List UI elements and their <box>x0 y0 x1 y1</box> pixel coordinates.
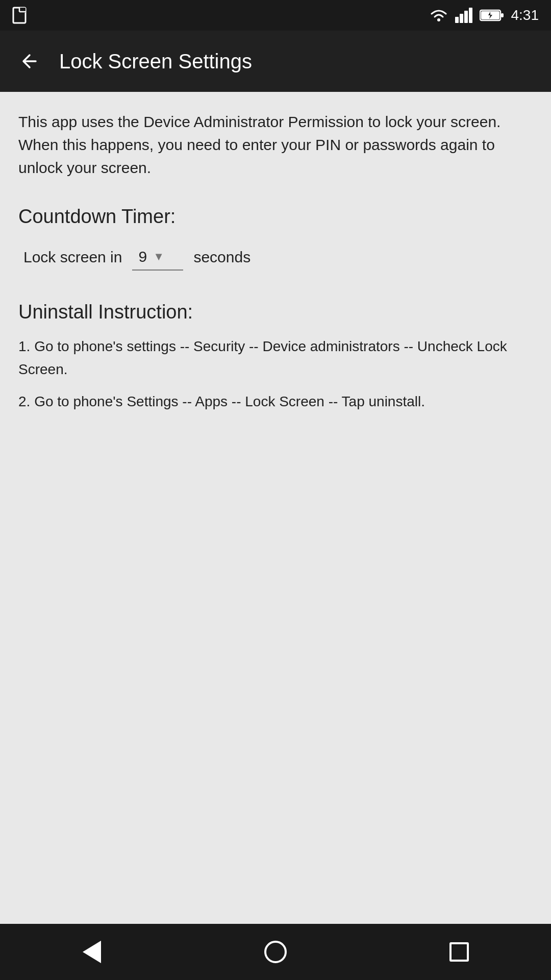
svg-rect-8 <box>464 11 468 23</box>
status-bar-left <box>12 7 27 24</box>
status-bar-right: 4:31 <box>429 7 539 23</box>
dropdown-value: 9 <box>138 248 147 265</box>
status-time: 4:31 <box>511 7 539 23</box>
seconds-dropdown[interactable]: 9 ▼ <box>132 244 183 271</box>
svg-rect-7 <box>460 14 463 23</box>
signal-bars-icon <box>455 8 473 23</box>
uninstall-step2: 2. Go to phone's Settings -- Apps -- Loc… <box>18 390 533 413</box>
lock-screen-in-label: Lock screen in <box>23 249 122 266</box>
countdown-section-title: Countdown Timer: <box>18 206 533 228</box>
svg-point-5 <box>437 18 440 21</box>
nav-bar <box>0 924 551 980</box>
app-bar: Lock Screen Settings <box>0 31 551 92</box>
countdown-row: Lock screen in 9 ▼ seconds <box>18 244 533 271</box>
uninstall-step1: 1. Go to phone's settings -- Security --… <box>18 335 533 381</box>
nav-home-button[interactable] <box>255 932 296 972</box>
battery-icon <box>480 8 505 22</box>
content-area: This app uses the Device Administrator P… <box>0 92 551 924</box>
sd-card-icon <box>12 7 27 24</box>
nav-recents-icon <box>449 942 469 962</box>
back-button[interactable] <box>15 47 44 76</box>
svg-rect-11 <box>501 13 504 17</box>
app-bar-title: Lock Screen Settings <box>59 50 252 73</box>
status-bar: 4:31 <box>0 0 551 31</box>
svg-rect-9 <box>469 8 472 23</box>
wifi-icon <box>429 8 449 23</box>
uninstall-section-title: Uninstall Instruction: <box>18 301 533 323</box>
nav-back-button[interactable] <box>71 932 112 972</box>
svg-rect-6 <box>455 17 459 23</box>
seconds-label: seconds <box>193 249 251 266</box>
nav-recents-button[interactable] <box>439 932 480 972</box>
back-arrow-icon <box>20 52 39 70</box>
nav-back-icon <box>83 941 101 963</box>
description-text: This app uses the Device Administrator P… <box>18 110 533 179</box>
nav-home-icon <box>264 941 287 963</box>
dropdown-arrow-icon: ▼ <box>153 250 164 263</box>
